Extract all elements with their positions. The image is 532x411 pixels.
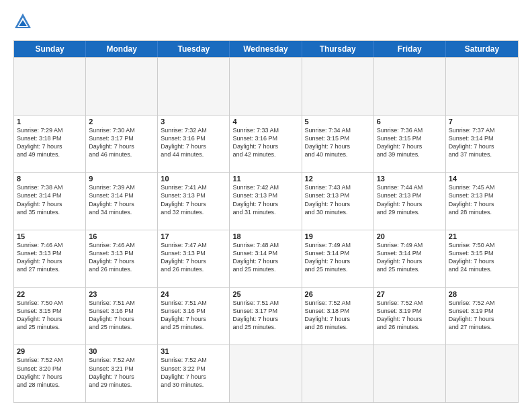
day-number: 20 [377,232,443,240]
cell-details: Sunrise: 7:52 AMSunset: 3:19 PMDaylight:… [377,299,443,332]
cell-details: Sunrise: 7:29 AMSunset: 3:18 PMDaylight:… [17,126,83,159]
calendar-cell: 13Sunrise: 7:44 AMSunset: 3:13 PMDayligh… [374,173,446,230]
day-number: 26 [305,290,371,298]
cell-details: Sunrise: 7:49 AMSunset: 3:14 PMDaylight:… [305,241,371,274]
cell-details: Sunrise: 7:47 AMSunset: 3:13 PMDaylight:… [161,241,226,274]
calendar-cell: 17Sunrise: 7:47 AMSunset: 3:13 PMDayligh… [158,230,230,287]
cell-details: Sunrise: 7:51 AMSunset: 3:17 PMDaylight:… [232,299,298,332]
header-day-sunday: Sunday [14,41,86,57]
calendar-cell: 12Sunrise: 7:43 AMSunset: 3:13 PMDayligh… [302,173,374,230]
cell-details: Sunrise: 7:30 AMSunset: 3:17 PMDaylight:… [89,126,154,159]
cell-details: Sunrise: 7:49 AMSunset: 3:14 PMDaylight:… [377,241,443,274]
calendar-cell: 31Sunrise: 7:52 AMSunset: 3:22 PMDayligh… [158,345,230,402]
cell-details: Sunrise: 7:38 AMSunset: 3:14 PMDaylight:… [17,183,83,216]
day-number: 19 [305,232,371,240]
day-number: 4 [232,118,298,126]
calendar-cell: 21Sunrise: 7:50 AMSunset: 3:15 PMDayligh… [446,230,518,287]
day-number: 13 [377,175,443,183]
calendar-cell [374,58,446,115]
calendar-cell: 4Sunrise: 7:33 AMSunset: 3:16 PMDaylight… [230,116,302,173]
calendar-header: SundayMondayTuesdayWednesdayThursdayFrid… [14,41,518,57]
cell-details: Sunrise: 7:51 AMSunset: 3:16 PMDaylight:… [161,299,226,332]
header-day-tuesday: Tuesday [158,41,230,57]
day-number: 18 [232,232,298,240]
header [13,12,519,34]
day-number: 28 [449,290,515,298]
day-number: 7 [449,118,515,126]
cell-details: Sunrise: 7:50 AMSunset: 3:15 PMDaylight:… [17,299,83,332]
header-day-monday: Monday [86,41,158,57]
calendar-cell: 3Sunrise: 7:32 AMSunset: 3:16 PMDaylight… [158,116,230,173]
day-number: 9 [89,175,154,183]
header-day-thursday: Thursday [302,41,374,57]
cell-details: Sunrise: 7:34 AMSunset: 3:15 PMDaylight:… [305,126,371,159]
calendar-cell: 22Sunrise: 7:50 AMSunset: 3:15 PMDayligh… [14,288,86,345]
day-number: 15 [17,232,83,240]
day-number: 2 [89,118,154,126]
calendar-cell: 24Sunrise: 7:51 AMSunset: 3:16 PMDayligh… [158,288,230,345]
day-number: 16 [89,232,154,240]
calendar-cell: 27Sunrise: 7:52 AMSunset: 3:19 PMDayligh… [374,288,446,345]
day-number: 21 [449,232,515,240]
day-number: 5 [305,118,371,126]
header-day-saturday: Saturday [446,41,518,57]
day-number: 31 [161,347,226,355]
calendar-cell: 26Sunrise: 7:52 AMSunset: 3:18 PMDayligh… [302,288,374,345]
calendar-cell [86,58,158,115]
cell-details: Sunrise: 7:36 AMSunset: 3:15 PMDaylight:… [377,126,443,159]
calendar-cell: 16Sunrise: 7:46 AMSunset: 3:13 PMDayligh… [86,230,158,287]
day-number: 8 [17,175,83,183]
day-number: 23 [89,290,154,298]
calendar-cell [446,345,518,402]
cell-details: Sunrise: 7:39 AMSunset: 3:14 PMDaylight:… [89,183,154,216]
cell-details: Sunrise: 7:52 AMSunset: 3:19 PMDaylight:… [449,299,515,332]
day-number: 1 [17,118,83,126]
cell-details: Sunrise: 7:51 AMSunset: 3:16 PMDaylight:… [89,299,154,332]
cell-details: Sunrise: 7:46 AMSunset: 3:13 PMDaylight:… [17,241,83,274]
calendar-cell [158,58,230,115]
day-number: 29 [17,347,83,355]
calendar-cell: 2Sunrise: 7:30 AMSunset: 3:17 PMDaylight… [86,116,158,173]
calendar-cell: 23Sunrise: 7:51 AMSunset: 3:16 PMDayligh… [86,288,158,345]
header-day-friday: Friday [374,41,446,57]
page: SundayMondayTuesdayWednesdayThursdayFrid… [0,0,532,411]
logo [13,12,35,34]
day-number: 17 [161,232,226,240]
cell-details: Sunrise: 7:46 AMSunset: 3:13 PMDaylight:… [89,241,154,274]
day-number: 24 [161,290,226,298]
calendar-cell: 20Sunrise: 7:49 AMSunset: 3:14 PMDayligh… [374,230,446,287]
cell-details: Sunrise: 7:43 AMSunset: 3:13 PMDaylight:… [305,183,371,216]
cell-details: Sunrise: 7:42 AMSunset: 3:13 PMDaylight:… [232,183,298,216]
cell-details: Sunrise: 7:52 AMSunset: 3:20 PMDaylight:… [17,356,83,389]
calendar-cell: 30Sunrise: 7:52 AMSunset: 3:21 PMDayligh… [86,345,158,402]
calendar: SundayMondayTuesdayWednesdayThursdayFrid… [13,40,519,403]
cell-details: Sunrise: 7:52 AMSunset: 3:22 PMDaylight:… [161,356,226,389]
calendar-row-5: 29Sunrise: 7:52 AMSunset: 3:20 PMDayligh… [14,345,518,402]
calendar-cell [302,345,374,402]
calendar-cell: 25Sunrise: 7:51 AMSunset: 3:17 PMDayligh… [230,288,302,345]
calendar-cell: 7Sunrise: 7:37 AMSunset: 3:14 PMDaylight… [446,116,518,173]
day-number: 12 [305,175,371,183]
day-number: 11 [232,175,298,183]
calendar-row-4: 22Sunrise: 7:50 AMSunset: 3:15 PMDayligh… [14,287,518,345]
calendar-cell [14,58,86,115]
calendar-cell: 6Sunrise: 7:36 AMSunset: 3:15 PMDaylight… [374,116,446,173]
logo-icon [13,12,32,34]
header-day-wednesday: Wednesday [230,41,302,57]
cell-details: Sunrise: 7:33 AMSunset: 3:16 PMDaylight:… [232,126,298,159]
calendar-cell [374,345,446,402]
calendar-cell: 18Sunrise: 7:48 AMSunset: 3:14 PMDayligh… [230,230,302,287]
day-number: 14 [449,175,515,183]
calendar-cell [302,58,374,115]
day-number: 25 [232,290,298,298]
cell-details: Sunrise: 7:45 AMSunset: 3:13 PMDaylight:… [449,183,515,216]
cell-details: Sunrise: 7:52 AMSunset: 3:18 PMDaylight:… [305,299,371,332]
calendar-cell: 15Sunrise: 7:46 AMSunset: 3:13 PMDayligh… [14,230,86,287]
day-number: 30 [89,347,154,355]
calendar-cell: 14Sunrise: 7:45 AMSunset: 3:13 PMDayligh… [446,173,518,230]
calendar-cell: 1Sunrise: 7:29 AMSunset: 3:18 PMDaylight… [14,116,86,173]
day-number: 6 [377,118,443,126]
day-number: 10 [161,175,226,183]
calendar-row-3: 15Sunrise: 7:46 AMSunset: 3:13 PMDayligh… [14,230,518,287]
cell-details: Sunrise: 7:50 AMSunset: 3:15 PMDaylight:… [449,241,515,274]
